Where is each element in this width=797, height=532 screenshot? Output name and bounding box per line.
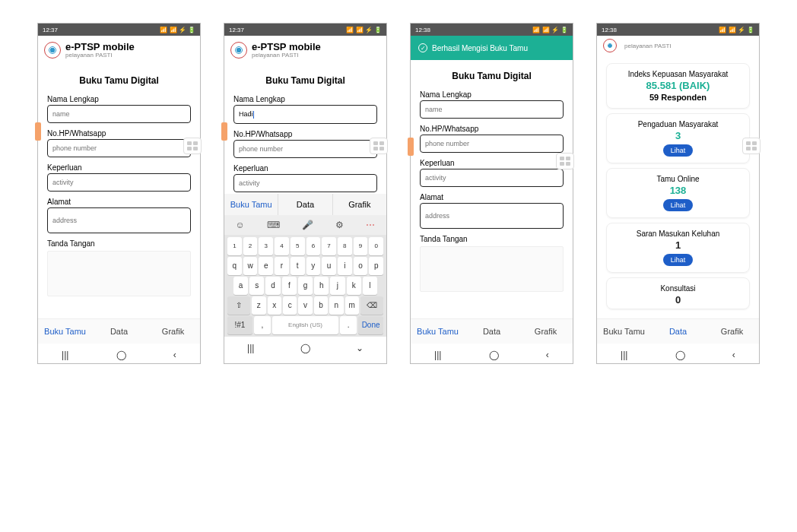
key-f[interactable]: f (282, 277, 297, 295)
tab-buku-tamu[interactable]: Buku Tamu (411, 319, 465, 344)
nav-back-icon[interactable]: ‹ (732, 350, 735, 360)
key-p[interactable]: p (369, 257, 383, 275)
nav-home-icon[interactable]: ◯ (300, 343, 310, 353)
key-w[interactable]: w (243, 257, 258, 275)
alamat-input[interactable] (420, 203, 564, 229)
key-j[interactable]: j (330, 277, 345, 295)
key-6[interactable]: 6 (306, 237, 321, 255)
key-m[interactable]: m (345, 296, 359, 315)
nohp-input[interactable] (233, 140, 377, 158)
key-c[interactable]: c (283, 296, 297, 315)
emoji-icon[interactable]: ☺ (236, 220, 245, 230)
nav-back-icon[interactable]: ‹ (546, 350, 549, 360)
key-z[interactable]: z (252, 296, 265, 315)
floating-grid-icon[interactable] (742, 138, 760, 154)
nav-back-icon[interactable]: ‹ (173, 350, 176, 360)
suggestion-3[interactable]: Grafik (333, 194, 386, 215)
tab-data[interactable]: Data (92, 319, 146, 344)
symbols-key[interactable]: !#1 (227, 316, 252, 334)
side-accent-icon (408, 138, 414, 156)
key-8[interactable]: 8 (338, 237, 352, 255)
nama-input[interactable]: Hadi (233, 105, 377, 124)
key-x[interactable]: x (268, 296, 281, 315)
comma-key[interactable]: , (254, 316, 271, 334)
key-n[interactable]: n (329, 296, 343, 315)
key-1[interactable]: 1 (227, 237, 242, 255)
label-nama: Nama Lengkap (420, 90, 564, 99)
lihat-button[interactable]: Lihat (663, 199, 694, 211)
suggestion-2[interactable]: Data (278, 194, 332, 215)
key-s[interactable]: s (249, 277, 264, 295)
signature-pad[interactable] (420, 246, 564, 292)
nama-input[interactable] (420, 100, 564, 119)
tab-buku-tamu[interactable]: Buku Tamu (597, 319, 651, 344)
suggestion-1[interactable]: Buku Tamu (224, 194, 278, 215)
backspace-key[interactable]: ⌫ (360, 296, 383, 315)
key-h[interactable]: h (314, 277, 329, 295)
floating-grid-icon[interactable] (183, 138, 202, 154)
key-u[interactable]: u (322, 257, 336, 275)
tab-data[interactable]: Data (651, 319, 705, 344)
keperluan-input[interactable] (233, 174, 377, 192)
status-bar: 12:38 📶 📶 ⚡ 🔋 (597, 24, 759, 36)
key-9[interactable]: 9 (354, 237, 368, 255)
lihat-button[interactable]: Lihat (663, 144, 694, 157)
space-key[interactable]: English (US) (272, 316, 339, 334)
alamat-input[interactable] (47, 207, 191, 233)
key-v[interactable]: v (298, 296, 312, 315)
keperluan-input[interactable] (420, 169, 564, 187)
keyboard: 1234567890 qwertyuiop asdfghjkl ⇧ zxcvbn… (224, 235, 386, 337)
lihat-button[interactable]: Lihat (663, 254, 694, 266)
nav-recent-icon[interactable]: ||| (621, 350, 627, 360)
shift-key[interactable]: ⇧ (227, 296, 250, 315)
key-b[interactable]: b (314, 296, 328, 315)
tab-grafik[interactable]: Grafik (519, 319, 573, 344)
key-t[interactable]: t (291, 257, 305, 275)
more-icon[interactable]: ⋯ (366, 220, 375, 230)
key-g[interactable]: g (298, 277, 313, 295)
key-0[interactable]: 0 (369, 237, 383, 255)
nav-recent-icon[interactable]: ||| (62, 350, 68, 360)
nav-home-icon[interactable]: ◯ (116, 350, 126, 360)
key-2[interactable]: 2 (243, 237, 258, 255)
gear-icon[interactable]: ⚙ (335, 220, 344, 230)
app-header: e-PTSP mobile pelayanan PASTI (38, 36, 200, 65)
sticker-icon[interactable]: ⌨ (267, 220, 280, 230)
key-o[interactable]: o (354, 257, 368, 275)
card-tamu-online: Tamu Online 138 Lihat (606, 168, 750, 218)
key-3[interactable]: 3 (259, 237, 273, 255)
key-k[interactable]: k (347, 277, 361, 295)
nav-recent-icon[interactable]: ||| (434, 350, 441, 360)
nav-keyboard-down-icon[interactable]: ⌄ (356, 343, 364, 353)
key-5[interactable]: 5 (291, 237, 305, 255)
app-header: e-PTSP mobile pelayanan PASTI (224, 36, 386, 65)
signature-pad[interactable] (47, 251, 191, 296)
nav-recent-icon[interactable]: ||| (247, 343, 254, 353)
key-r[interactable]: r (275, 257, 289, 275)
done-key[interactable]: Done (358, 316, 383, 334)
key-4[interactable]: 4 (275, 237, 289, 255)
floating-grid-icon[interactable] (370, 138, 388, 154)
nav-home-icon[interactable]: ◯ (675, 350, 685, 360)
keperluan-input[interactable] (47, 173, 191, 192)
key-l[interactable]: l (363, 277, 377, 295)
mic-icon[interactable]: 🎤 (302, 220, 313, 230)
tab-buku-tamu[interactable]: Buku Tamu (38, 319, 92, 344)
tab-grafik[interactable]: Grafik (146, 319, 200, 344)
key-q[interactable]: q (227, 257, 242, 275)
key-i[interactable]: i (338, 257, 352, 275)
key-y[interactable]: y (306, 257, 321, 275)
key-7[interactable]: 7 (322, 237, 336, 255)
key-d[interactable]: d (265, 277, 280, 295)
key-e[interactable]: e (259, 257, 273, 275)
nohp-input[interactable] (47, 139, 191, 157)
period-key[interactable]: . (340, 316, 357, 334)
nohp-input[interactable] (420, 135, 564, 153)
nav-home-icon[interactable]: ◯ (489, 350, 499, 360)
screen-4-data-dashboard: 12:38 📶 📶 ⚡ 🔋 pelayanan PASTI Indeks Kep… (596, 23, 760, 364)
tab-data[interactable]: Data (465, 319, 519, 344)
tab-grafik[interactable]: Grafik (705, 319, 759, 344)
key-a[interactable]: a (233, 277, 248, 295)
nama-input[interactable] (47, 105, 191, 123)
floating-grid-icon[interactable] (556, 153, 574, 169)
